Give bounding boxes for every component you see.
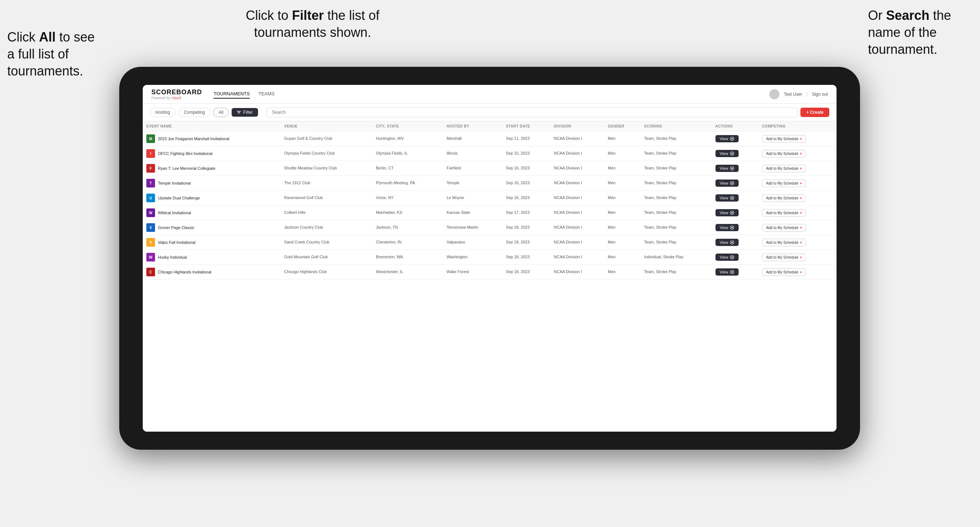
header-right: Test User | Sign out bbox=[769, 89, 828, 99]
nav-tab-tournaments[interactable]: TOURNAMENTS bbox=[213, 90, 250, 98]
add-schedule-button-5[interactable]: Add to My Schedule + bbox=[762, 209, 806, 217]
division-cell-3: NCAA Division I bbox=[550, 176, 604, 191]
add-schedule-button-0[interactable]: Add to My Schedule + bbox=[762, 135, 806, 143]
venue-cell-4: Ravenwood Golf Club bbox=[280, 191, 372, 206]
view-icon-7 bbox=[730, 240, 734, 244]
scoring-cell-6: Team, Stroke Play bbox=[641, 220, 712, 235]
venue-cell-6: Jackson Country Club bbox=[280, 220, 372, 235]
add-schedule-button-6[interactable]: Add to My Schedule + bbox=[762, 224, 806, 232]
filter-bar: Hosting Competing All Filter + Create bbox=[143, 104, 837, 121]
annotation-all: Click All to seea full list oftournament… bbox=[7, 29, 95, 79]
venue-cell-1: Olympia Fields Country Club bbox=[280, 146, 372, 161]
team-logo-8: W bbox=[146, 253, 155, 262]
scoring-cell-5: Team, Stroke Play bbox=[641, 206, 712, 220]
team-logo-2: F bbox=[146, 164, 155, 173]
view-button-6[interactable]: View bbox=[716, 224, 739, 231]
hosting-tab[interactable]: Hosting bbox=[150, 108, 176, 117]
table-row: C Chicago Highlands Invitational Chicago… bbox=[143, 265, 837, 279]
hosted-cell-6: Tennessee-Martin bbox=[443, 220, 502, 235]
add-schedule-button-1[interactable]: Add to My Schedule + bbox=[762, 150, 806, 157]
gender-cell-9: Men bbox=[604, 265, 641, 279]
hosted-cell-8: Washington bbox=[443, 250, 502, 265]
sign-out-link[interactable]: Sign out bbox=[812, 92, 828, 97]
venue-cell-2: Shuttle Meadow Country Club bbox=[280, 161, 372, 176]
add-schedule-button-7[interactable]: Add to My Schedule + bbox=[762, 239, 806, 246]
view-button-2[interactable]: View bbox=[716, 165, 739, 172]
venue-cell-7: Sand Creek Country Club bbox=[280, 235, 372, 250]
gender-cell-4: Men bbox=[604, 191, 641, 206]
scoring-cell-7: Team, Stroke Play bbox=[641, 235, 712, 250]
hosted-cell-1: Illinois bbox=[443, 146, 502, 161]
competing-cell-0: Add to My Schedule + bbox=[759, 132, 837, 146]
svg-point-9 bbox=[732, 153, 733, 154]
view-button-0[interactable]: View bbox=[716, 135, 739, 142]
table-body: M 2023 Joe Feaganes Marshall Invitationa… bbox=[143, 132, 837, 279]
view-icon-0 bbox=[730, 137, 734, 141]
col-division: DIVISION bbox=[550, 121, 604, 132]
division-cell-9: NCAA Division I bbox=[550, 265, 604, 279]
city-cell-5: Manhattan, KS bbox=[372, 206, 443, 220]
add-schedule-button-2[interactable]: Add to My Schedule + bbox=[762, 165, 806, 172]
table-row: V Valpo Fall Invitational Sand Creek Cou… bbox=[143, 235, 837, 250]
filter-icon bbox=[237, 110, 241, 114]
filter-button[interactable]: Filter bbox=[232, 108, 258, 117]
header-user-text: Test User bbox=[784, 92, 802, 97]
competing-cell-3: Add to My Schedule + bbox=[759, 176, 837, 191]
add-schedule-button-3[interactable]: Add to My Schedule + bbox=[762, 179, 806, 187]
table-container[interactable]: EVENT NAME VENUE CITY, STATE HOSTED BY S… bbox=[143, 121, 837, 432]
svg-point-19 bbox=[732, 227, 733, 228]
view-button-3[interactable]: View bbox=[716, 179, 739, 187]
create-button[interactable]: + Create bbox=[800, 108, 829, 117]
team-logo-5: W bbox=[146, 208, 155, 217]
table-row: U Upstate Dual Challenge Ravenwood Golf … bbox=[143, 191, 837, 206]
division-cell-4: NCAA Division I bbox=[550, 191, 604, 206]
col-scoring: SCORING bbox=[641, 121, 712, 132]
gender-cell-5: Men bbox=[604, 206, 641, 220]
city-cell-2: Berlin, CT bbox=[372, 161, 443, 176]
svg-point-25 bbox=[732, 271, 733, 273]
tablet-frame: SCOREBOARD Powered by clippd TOURNAMENTS… bbox=[119, 67, 860, 450]
all-tab[interactable]: All bbox=[213, 108, 229, 117]
view-button-4[interactable]: View bbox=[716, 194, 739, 202]
view-button-8[interactable]: View bbox=[716, 254, 739, 261]
view-button-9[interactable]: View bbox=[716, 268, 739, 276]
team-logo-4: U bbox=[146, 194, 155, 202]
event-name-cell-2: F Ryan T. Lee Memorial Collegiate bbox=[143, 161, 280, 176]
hosted-cell-0: Marshall bbox=[443, 132, 502, 146]
gender-cell-0: Men bbox=[604, 132, 641, 146]
division-cell-8: NCAA Division I bbox=[550, 250, 604, 265]
event-name-cell-7: V Valpo Fall Invitational bbox=[143, 235, 280, 250]
search-input[interactable] bbox=[267, 107, 798, 117]
team-logo-0: M bbox=[146, 134, 155, 143]
add-schedule-button-4[interactable]: Add to My Schedule + bbox=[762, 194, 806, 202]
competing-cell-9: Add to My Schedule + bbox=[759, 265, 837, 279]
view-button-5[interactable]: View bbox=[716, 209, 739, 216]
team-logo-1: I bbox=[146, 149, 155, 158]
add-schedule-button-8[interactable]: Add to My Schedule + bbox=[762, 254, 806, 261]
add-schedule-button-9[interactable]: Add to My Schedule + bbox=[762, 268, 806, 276]
annotation-filter: Click to Filter the list oftournaments s… bbox=[246, 7, 379, 41]
event-name-cell-4: U Upstate Dual Challenge bbox=[143, 191, 280, 206]
date-cell-0: Sep 11, 2023 bbox=[502, 132, 550, 146]
nav-tab-teams[interactable]: TEAMS bbox=[258, 90, 275, 98]
gender-cell-1: Men bbox=[604, 146, 641, 161]
city-cell-6: Jackson, TN bbox=[372, 220, 443, 235]
event-name-0: 2023 Joe Feaganes Marshall Invitational bbox=[158, 137, 229, 141]
date-cell-5: Sep 17, 2023 bbox=[502, 206, 550, 220]
action-cell-2: View bbox=[712, 161, 759, 176]
action-cell-7: View bbox=[712, 235, 759, 250]
date-cell-9: Sep 18, 2023 bbox=[502, 265, 550, 279]
competing-tab[interactable]: Competing bbox=[178, 108, 210, 117]
logo-text: SCOREBOARD bbox=[151, 89, 202, 96]
scoring-cell-9: Team, Stroke Play bbox=[641, 265, 712, 279]
event-name-1: OFCC Fighting Illini Invitational bbox=[158, 151, 213, 156]
team-logo-9: C bbox=[146, 268, 155, 276]
svg-point-21 bbox=[732, 242, 733, 243]
event-name-4: Upstate Dual Challenge bbox=[158, 196, 200, 200]
scoring-cell-3: Team, Stroke Play bbox=[641, 176, 712, 191]
view-button-1[interactable]: View bbox=[716, 150, 739, 157]
event-name-cell-9: C Chicago Highlands Invitational bbox=[143, 265, 280, 279]
view-icon-2 bbox=[730, 166, 734, 170]
view-button-7[interactable]: View bbox=[716, 239, 739, 246]
action-cell-1: View bbox=[712, 146, 759, 161]
